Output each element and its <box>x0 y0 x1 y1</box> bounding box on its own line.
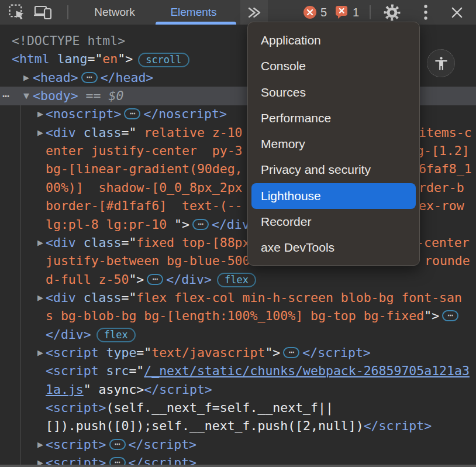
code-token: <html <box>12 51 50 66</box>
disclosure-arrow-collapsed[interactable]: ▶ <box>35 105 46 123</box>
expand-ellipsis-button[interactable]: ⋯ <box>81 72 98 83</box>
more-tabs-chevron-icon <box>247 5 261 20</box>
tab-elements[interactable]: Elements <box>150 0 237 25</box>
code-token: </div> <box>46 327 91 342</box>
code-token: "> <box>118 51 133 66</box>
close-icon <box>450 6 464 19</box>
node-overflow-dots[interactable]: ⋯ <box>2 87 9 105</box>
scroll-adorner-badge[interactable]: scroll <box>138 53 189 67</box>
code-token: enter justify-center py-3 i <box>46 143 257 158</box>
expand-ellipsis-button[interactable]: ⋯ <box>283 347 299 358</box>
disclosure-arrow-collapsed[interactable]: ▶ <box>35 435 46 454</box>
code-fragment: g-[1.2] <box>416 142 470 160</box>
issues-icon <box>335 5 349 19</box>
kebab-menu-icon <box>423 4 428 20</box>
code-fragment: ex-row <box>419 197 464 215</box>
expand-ellipsis-button[interactable]: ⋯ <box>442 310 458 321</box>
disclosure-arrow-collapsed[interactable]: ▶ <box>35 344 46 362</box>
code-token: []).push([0]);self.__next_f.push([2,null… <box>46 418 364 433</box>
code-token: type <box>99 345 137 360</box>
inspect-element-button[interactable] <box>6 0 28 25</box>
toolbar-separator <box>370 5 371 19</box>
code-fragment: rounde <box>425 252 470 270</box>
code-fragment: 6faf8_1 <box>419 160 472 178</box>
more-tabs-button[interactable] <box>240 0 268 25</box>
menu-item-sources[interactable]: Sources <box>251 80 416 105</box>
menu-item-axe-devtools[interactable]: axe DevTools <box>251 235 416 260</box>
code-token: relative z-10 f <box>136 125 257 140</box>
code-token: 00%)] shadow-[0_0_8px_2px <box>46 180 243 195</box>
error-count: 5 <box>320 6 327 19</box>
code-token: </script> <box>364 418 432 433</box>
code-token: </div> <box>166 272 212 287</box>
flex-adorner-badge[interactable]: flex <box>217 273 256 287</box>
menu-item-lighthouse[interactable]: Lighthouse <box>251 183 416 209</box>
more-options-button[interactable] <box>414 0 437 25</box>
code-fragment: -center <box>416 234 470 252</box>
menu-item-console[interactable]: Console <box>251 53 416 79</box>
tree-node-line[interactable]: 1a.js" async></script> <box>0 380 476 399</box>
settings-button[interactable] <box>379 0 405 25</box>
code-token: <script <box>46 363 99 378</box>
menu-item-privacy-and-security[interactable]: Privacy and security <box>251 157 416 183</box>
expand-ellipsis-button[interactable]: ⋯ <box>147 274 163 285</box>
menu-item-recorder[interactable]: Recorder <box>251 209 416 235</box>
code-token: <div <box>46 290 76 305</box>
code-token: <div <box>46 125 76 140</box>
code-token: lg:pl-8 lg:pr-10 <box>46 217 174 232</box>
menu-item-application[interactable]: Application <box>251 28 416 53</box>
tree-node-line[interactable]: </div>flex <box>0 325 476 344</box>
resource-link[interactable]: /_next/static/chunks/webpack-26859705a12… <box>144 363 470 378</box>
code-token: d-full z-50 <box>46 272 129 287</box>
issue-count-badge[interactable]: 1 <box>335 0 359 25</box>
code-token: flex flex-col min-h-screen blob-bg font-… <box>136 290 462 305</box>
toolbar-separator <box>67 5 68 19</box>
code-token: "> <box>424 308 439 323</box>
device-toolbar-button[interactable] <box>30 0 55 25</box>
tree-node-line[interactable]: []).push([0]);self.__next_f.push([2,null… <box>0 417 476 435</box>
code-token: <script> <box>46 400 106 415</box>
code-fragment: rder-b <box>419 178 464 197</box>
disclosure-arrow-collapsed[interactable]: ▶ <box>21 68 32 87</box>
code-token: fixed top-[88px <box>136 235 250 250</box>
tree-node-line[interactable]: ▶<div class="flex flex-col min-h-screen … <box>0 289 476 307</box>
code-token: "> <box>265 345 280 360</box>
tab-elements-label: Elements <box>170 6 216 18</box>
tree-node-line[interactable]: ▶<script>⋯</script> <box>0 435 476 454</box>
code-token: == <box>78 88 109 103</box>
code-token: s bg-blob-bg bg-[length:100%_100%] bg-to… <box>46 308 424 323</box>
resource-link[interactable]: 1a.js <box>46 382 84 397</box>
expand-ellipsis-button[interactable]: ⋯ <box>109 439 126 450</box>
accessibility-icon <box>433 56 449 71</box>
inspect-cursor-icon <box>9 4 26 21</box>
error-count-badge[interactable]: 5 <box>303 0 327 25</box>
flex-adorner-badge[interactable]: flex <box>96 328 136 342</box>
tree-node-line[interactable]: s bg-blob-bg bg-[length:100%_100%] bg-to… <box>0 307 476 325</box>
close-devtools-button[interactable] <box>443 0 470 25</box>
code-token: </head> <box>101 70 154 85</box>
disclosure-arrow-collapsed[interactable]: ▶ <box>35 289 46 307</box>
tab-network[interactable]: Network <box>82 0 147 25</box>
code-token: lang <box>50 51 88 66</box>
menu-item-performance[interactable]: Performance <box>251 105 416 131</box>
expand-ellipsis-button[interactable]: ⋯ <box>124 108 140 119</box>
tree-node-line[interactable]: ▶<script type="text/javascript">⋯</scrip… <box>0 344 476 362</box>
device-toolbar-icon <box>33 4 53 20</box>
disclosure-arrow-collapsed[interactable]: ▶ <box>35 123 46 142</box>
code-token: src <box>99 363 129 378</box>
disclosure-arrow-expanded[interactable]: ▼ <box>21 87 32 105</box>
code-token: =" <box>121 235 136 250</box>
code-token: justify-between bg-blue-500 <box>46 253 250 268</box>
disclosure-arrow-collapsed[interactable]: ▶ <box>35 234 46 252</box>
error-icon <box>303 6 316 19</box>
active-tab-underline <box>156 22 236 25</box>
accessibility-fab-button[interactable] <box>427 49 455 77</box>
code-token: <script <box>46 345 99 360</box>
menu-item-memory[interactable]: Memory <box>251 131 416 157</box>
tree-node-line[interactable]: <script>(self.__next_f=self.__next_f|| <box>0 399 476 417</box>
tree-node-line[interactable]: <script src="/_next/static/chunks/webpac… <box>0 362 476 380</box>
tree-node-line[interactable]: d-full z-50">⋯</div>flex <box>0 270 476 289</box>
expand-ellipsis-button[interactable]: ⋯ <box>192 219 209 230</box>
code-token: <script> <box>46 437 106 452</box>
tab-network-label: Network <box>94 6 135 18</box>
